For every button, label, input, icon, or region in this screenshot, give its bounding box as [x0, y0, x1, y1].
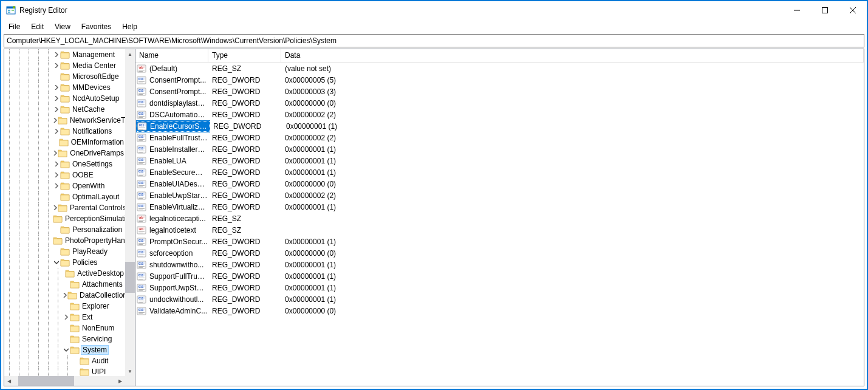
- tree-item[interactable]: Media Center: [4, 60, 125, 71]
- list-row[interactable]: EnableFullTrustS...REG_DWORD0x00000002 (…: [135, 132, 864, 143]
- folder-icon: [70, 301, 80, 311]
- chevron-right-icon[interactable]: [53, 128, 60, 135]
- list-body[interactable]: (Default)REG_SZ(value not set)ConsentPro…: [135, 63, 864, 386]
- tree-item[interactable]: NetworkServiceTriggers: [4, 115, 125, 126]
- scroll-right-icon[interactable]: ▶: [115, 376, 125, 386]
- tree-item[interactable]: UIPI: [4, 366, 125, 376]
- chevron-down-icon[interactable]: [53, 259, 60, 266]
- list-row[interactable]: dontdisplaylastu...REG_DWORD0x00000000 (…: [135, 97, 864, 109]
- scroll-up-icon[interactable]: ▲: [125, 49, 135, 59]
- tree-item[interactable]: NcdAutoSetup: [4, 93, 125, 104]
- list-row[interactable]: scforceoptionREG_DWORD0x00000000 (0): [135, 247, 864, 259]
- tree-item[interactable]: PlayReady: [4, 246, 125, 257]
- chevron-right-icon[interactable]: [53, 51, 60, 58]
- menu-help[interactable]: Help: [117, 21, 142, 32]
- chevron-right-icon[interactable]: [53, 149, 58, 157]
- tree-item-label: Attachments: [81, 280, 124, 289]
- dword-value-icon: [137, 110, 146, 120]
- column-name[interactable]: Name: [135, 49, 208, 62]
- tree-item[interactable]: Parental Controls: [4, 202, 125, 213]
- menu-edit[interactable]: Edit: [26, 21, 49, 32]
- menu-favorites[interactable]: Favorites: [77, 21, 116, 32]
- tree-item[interactable]: MMDevices: [4, 82, 125, 93]
- tree-item[interactable]: OneSettings: [4, 159, 125, 169]
- chevron-down-icon[interactable]: [63, 346, 70, 354]
- list-row[interactable]: EnableSecureUI...REG_DWORD0x00000001 (1): [135, 166, 864, 178]
- column-type[interactable]: Type: [208, 49, 281, 62]
- list-row[interactable]: legalnoticecapti...REG_SZ: [135, 213, 864, 224]
- list-row[interactable]: SupportUwpStar...REG_DWORD0x00000001 (1): [135, 282, 864, 293]
- chevron-right-icon[interactable]: [53, 182, 60, 190]
- tree-item[interactable]: Servicing: [4, 334, 125, 344]
- tree-body[interactable]: ManagementMedia CenterMicrosoftEdgeMMDev…: [4, 49, 125, 376]
- chevron-right-icon[interactable]: [53, 160, 60, 168]
- tree-item[interactable]: OOBE: [4, 169, 125, 180]
- tree-item[interactable]: MicrosoftEdge: [4, 71, 125, 82]
- list-row[interactable]: undockwithoutl...REG_DWORD0x00000001 (1): [135, 293, 864, 305]
- list-row[interactable]: ConsentPrompt...REG_DWORD0x00000005 (5): [135, 74, 864, 86]
- scroll-left-icon[interactable]: ◀: [4, 376, 14, 386]
- window-title: Registry Editor: [19, 6, 783, 15]
- chevron-right-icon[interactable]: [53, 95, 60, 102]
- tree-item[interactable]: OptimalLayout: [4, 191, 125, 202]
- chevron-right-icon[interactable]: [53, 84, 60, 91]
- tree-item[interactable]: OneDriveRamps: [4, 148, 125, 159]
- list-row[interactable]: ConsentPrompt...REG_DWORD0x00000003 (3): [135, 86, 864, 97]
- chevron-right-icon[interactable]: [63, 313, 70, 321]
- tree-item[interactable]: Personalization: [4, 224, 125, 235]
- tree-item[interactable]: ActiveDesktop: [4, 268, 125, 279]
- list-row[interactable]: DSCAutomation...REG_DWORD0x00000002 (2): [135, 109, 864, 120]
- list-row[interactable]: EnableUwpStart...REG_DWORD0x00000002 (2): [135, 190, 864, 201]
- menu-file[interactable]: File: [4, 21, 25, 32]
- tree-item[interactable]: Notifications: [4, 126, 125, 137]
- tree-item[interactable]: DataCollection: [4, 290, 125, 301]
- chevron-right-icon[interactable]: [53, 62, 60, 69]
- tree-item[interactable]: NonEnum: [4, 323, 125, 334]
- tree-vscrollbar[interactable]: ▲ ▼: [125, 49, 135, 376]
- list-row[interactable]: EnableVirtualizat...REG_DWORD0x00000001 …: [135, 201, 864, 213]
- list-row[interactable]: EnableInstallerD...REG_DWORD0x00000001 (…: [135, 143, 864, 155]
- scroll-down-icon[interactable]: ▼: [125, 366, 135, 376]
- list-row[interactable]: shutdownwitho...REG_DWORD0x00000001 (1): [135, 259, 864, 270]
- value-data: 0x00000000 (0): [281, 180, 864, 188]
- scroll-thumb[interactable]: [125, 262, 135, 293]
- tree-item[interactable]: Audit: [4, 355, 125, 366]
- dword-value-icon: [137, 237, 146, 247]
- tree-item[interactable]: OEMInformation: [4, 137, 125, 148]
- chevron-right-icon[interactable]: [53, 204, 58, 211]
- list-row[interactable]: EnableCursorSu...REG_DWORD0x00000001 (1): [135, 120, 864, 132]
- tree-item-label: Parental Controls: [69, 204, 125, 212]
- list-row[interactable]: EnableUIADeskt...REG_DWORD0x00000000 (0): [135, 178, 864, 190]
- value-type: REG_DWORD: [208, 238, 281, 246]
- chevron-right-icon[interactable]: [53, 171, 60, 179]
- minimize-button[interactable]: [783, 1, 811, 19]
- menu-view[interactable]: View: [50, 21, 75, 32]
- tree-item[interactable]: System: [4, 344, 125, 355]
- chevron-right-icon[interactable]: [63, 292, 67, 299]
- list-row[interactable]: EnableLUAREG_DWORD0x00000001 (1): [135, 155, 864, 166]
- tree-item[interactable]: Policies: [4, 257, 125, 268]
- tree-item[interactable]: OpenWith: [4, 180, 125, 191]
- list-row[interactable]: (Default)REG_SZ(value not set): [135, 63, 864, 74]
- chevron-right-icon[interactable]: [53, 117, 58, 124]
- tree-item[interactable]: PerceptionSimulation: [4, 213, 125, 224]
- tree-hscrollbar[interactable]: ◀ ▶: [4, 376, 125, 386]
- address-bar[interactable]: Computer\HKEY_LOCAL_MACHINE\SOFTWARE\Mic…: [4, 34, 864, 47]
- list-row[interactable]: legalnoticetextREG_SZ: [135, 224, 864, 236]
- list-row[interactable]: ValidateAdminC...REG_DWORD0x00000000 (0): [135, 305, 864, 316]
- scroll-thumb-h[interactable]: [18, 376, 74, 386]
- list-row[interactable]: SupportFullTrust...REG_DWORD0x00000001 (…: [135, 270, 864, 282]
- chevron-right-icon[interactable]: [53, 106, 60, 113]
- tree-item[interactable]: Explorer: [4, 301, 125, 312]
- tree-item[interactable]: PhotoPropertyHandler: [4, 235, 125, 246]
- tree-item[interactable]: Attachments: [4, 279, 125, 290]
- column-data[interactable]: Data: [281, 49, 864, 62]
- tree-item[interactable]: NetCache: [4, 104, 125, 115]
- folder-icon: [60, 94, 70, 103]
- close-button[interactable]: [839, 1, 867, 19]
- list-row[interactable]: PromptOnSecur...REG_DWORD0x00000001 (1): [135, 236, 864, 247]
- tree-item[interactable]: Management: [4, 49, 125, 60]
- maximize-button[interactable]: [811, 1, 839, 19]
- folder-icon: [70, 312, 80, 322]
- tree-item[interactable]: Ext: [4, 312, 125, 323]
